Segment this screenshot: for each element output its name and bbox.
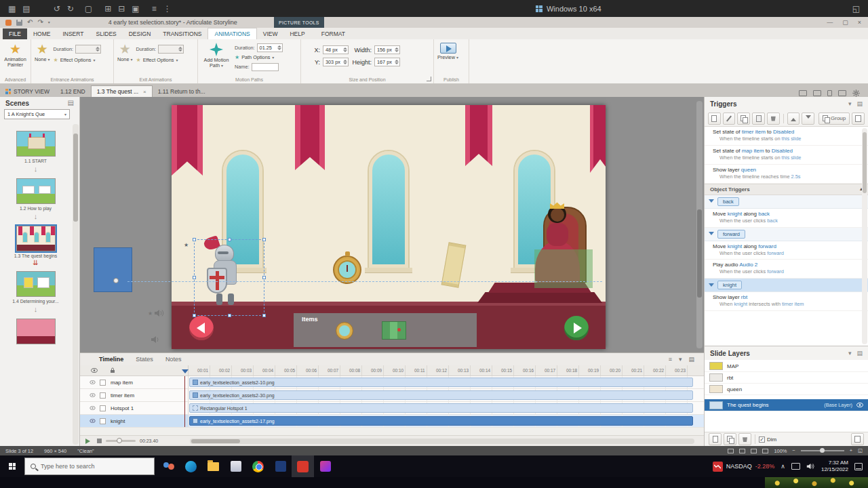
trigger-item[interactable]: Set state of timer item to Disabled When… bbox=[705, 127, 868, 146]
tab-timeline[interactable]: Timeline bbox=[99, 356, 123, 363]
action-center-icon[interactable] bbox=[854, 463, 863, 470]
section-caret-icon[interactable] bbox=[709, 199, 714, 205]
timeline-track-row[interactable]: timer item early_textselection_assets2-3… bbox=[80, 389, 704, 402]
panel-collapse-icon[interactable]: ▾ bbox=[848, 350, 852, 357]
timeline-object-bar[interactable]: early_textselection_assets2-10.png bbox=[189, 378, 693, 387]
slide-thumbnail-1-4[interactable] bbox=[16, 271, 56, 297]
lock-checkbox[interactable] bbox=[100, 392, 106, 399]
resize-handle[interactable] bbox=[193, 238, 196, 241]
zoom-in-icon[interactable]: + bbox=[850, 448, 852, 453]
panel-menu-icon[interactable]: ▤ bbox=[68, 100, 74, 106]
new-trigger-button[interactable] bbox=[708, 113, 721, 125]
add-motion-path-button[interactable]: Add Motion Path ▾ bbox=[199, 41, 233, 74]
eye-icon[interactable] bbox=[90, 380, 95, 384]
tab-notes[interactable]: Notes bbox=[165, 356, 182, 363]
preview-button[interactable]: Preview ▾ bbox=[435, 41, 460, 74]
rectangular-hotspot-object[interactable] bbox=[94, 247, 132, 292]
vm-undo-icon[interactable]: ↺ bbox=[54, 5, 60, 13]
entrance-animation-button[interactable]: ★ None ▾ bbox=[33, 41, 52, 74]
view-mode-icon[interactable] bbox=[762, 449, 768, 453]
tab-slide-quest[interactable]: 1.3 The quest ... × bbox=[91, 85, 153, 97]
clock[interactable]: 7:32 AM 12/15/2022 bbox=[821, 460, 848, 473]
canvas-scrollbar[interactable] bbox=[696, 101, 703, 348]
stop-button[interactable] bbox=[97, 439, 102, 443]
eye-icon[interactable] bbox=[90, 419, 95, 423]
tab-slides[interactable]: SLIDES bbox=[90, 28, 122, 39]
tab-story-view[interactable]: STORY VIEW bbox=[0, 85, 55, 97]
tab-states[interactable]: States bbox=[136, 356, 153, 363]
timeline-zoom-slider[interactable] bbox=[106, 440, 136, 442]
fit-to-window-icon[interactable]: ◱ bbox=[858, 448, 863, 453]
copy-trigger-button[interactable] bbox=[737, 113, 750, 125]
player-settings-icon[interactable] bbox=[852, 89, 860, 97]
maximize-button[interactable]: ▢ bbox=[842, 20, 848, 26]
edge-icon[interactable] bbox=[180, 455, 202, 477]
trigger-item[interactable]: Show layer queen When the timeline reach… bbox=[705, 165, 868, 184]
show-hidden-icons-icon[interactable]: ∧ bbox=[781, 463, 785, 470]
delete-layer-button[interactable] bbox=[738, 433, 751, 445]
phone-preview-icon[interactable] bbox=[827, 90, 832, 96]
queen-character[interactable] bbox=[547, 223, 568, 246]
play-button[interactable] bbox=[85, 439, 93, 444]
timeline-ruler[interactable]: 00:0100:0200:0300:0400:0500:0600:0700:08… bbox=[189, 365, 704, 375]
height-input[interactable]: 167 px bbox=[374, 58, 400, 66]
zoom-out-icon[interactable]: − bbox=[792, 448, 795, 453]
taskbar-search[interactable]: Type here to search bbox=[24, 458, 155, 475]
vm-expand-icon[interactable]: ◱ bbox=[852, 5, 860, 13]
vm-view-icon[interactable]: ≡ bbox=[152, 5, 157, 13]
y-position-input[interactable]: 303 px bbox=[323, 58, 349, 66]
layer-properties-button[interactable] bbox=[851, 433, 864, 445]
playhead[interactable] bbox=[184, 376, 185, 427]
dialog-launcher-icon[interactable] bbox=[427, 77, 431, 81]
start-button[interactable] bbox=[0, 455, 24, 477]
timeline-track-row[interactable]: map item early_textselection_assets2-10.… bbox=[80, 376, 704, 389]
timeline-track-row-selected[interactable]: knight early_textselection_assets2-17.pn… bbox=[80, 415, 704, 428]
eye-icon[interactable] bbox=[856, 403, 863, 407]
trigger-item[interactable]: Show layer rbt When knight intersects wi… bbox=[705, 292, 868, 311]
tab-insert[interactable]: INSERT bbox=[56, 28, 90, 39]
exit-duration-input[interactable] bbox=[158, 45, 184, 54]
forward-button-object[interactable] bbox=[564, 316, 589, 340]
timeline-panel-icon[interactable]: ▤ bbox=[688, 357, 694, 363]
dim-checkbox[interactable]: ✓ bbox=[759, 436, 765, 443]
tab-design[interactable]: DESIGN bbox=[123, 28, 157, 39]
object-triggers-header[interactable]: Object Triggers ▴ bbox=[705, 184, 868, 195]
items-bar-object[interactable]: Items bbox=[294, 313, 477, 347]
exit-effect-options-button[interactable]: ★ Effect Options ▾ bbox=[136, 56, 184, 64]
delete-trigger-button[interactable] bbox=[767, 113, 780, 125]
scenes-scrollbar[interactable] bbox=[73, 124, 79, 445]
people-icon[interactable] bbox=[157, 455, 180, 477]
move-trigger-up-button[interactable] bbox=[787, 113, 800, 125]
tab-animations[interactable]: ANIMATIONS bbox=[208, 28, 256, 39]
tab-home[interactable]: HOME bbox=[27, 28, 57, 39]
display-tray-icon[interactable] bbox=[791, 463, 800, 470]
trigger-item[interactable]: Move knight along forward When the user … bbox=[705, 241, 868, 260]
width-input[interactable]: 156 px bbox=[374, 45, 400, 54]
timeline-menu-icon[interactable]: ≡ bbox=[669, 357, 672, 363]
tab-help[interactable]: HELP bbox=[283, 28, 311, 39]
section-caret-icon[interactable] bbox=[709, 232, 714, 238]
slide-thumbnail-partial[interactable] bbox=[16, 319, 56, 344]
timer-item-object[interactable] bbox=[333, 256, 361, 284]
timeline-collapse-icon[interactable]: ▾ bbox=[679, 357, 682, 363]
vm-fit-icon[interactable]: ▣ bbox=[132, 5, 139, 13]
move-trigger-down-button[interactable] bbox=[802, 113, 814, 125]
vm-more-icon[interactable]: ⋮ bbox=[163, 5, 172, 13]
green-hotspot[interactable] bbox=[534, 249, 593, 288]
vm-tool-panel-icon[interactable]: ▤ bbox=[22, 5, 30, 13]
close-tab-icon[interactable]: × bbox=[143, 89, 146, 95]
entrance-duration-input[interactable] bbox=[75, 45, 101, 54]
resize-handle[interactable] bbox=[262, 276, 266, 279]
section-caret-icon[interactable] bbox=[709, 283, 714, 289]
layer-row-base[interactable]: The quest begins (Base Layer) bbox=[705, 399, 868, 411]
minimize-button[interactable]: — bbox=[827, 20, 833, 26]
desktop-preview-icon[interactable] bbox=[799, 90, 807, 96]
tab-format[interactable]: FORMAT bbox=[315, 28, 351, 39]
trigger-section-forward[interactable]: forward bbox=[705, 228, 868, 241]
chrome-icon[interactable] bbox=[247, 455, 269, 477]
scene-selector-dropdown[interactable]: 1 A Knight's Que ▾ bbox=[4, 109, 70, 119]
resize-handle[interactable] bbox=[228, 314, 231, 317]
timeline-object-bar[interactable]: Rectangular Hotspot 1 bbox=[189, 403, 693, 413]
app-icon-light[interactable] bbox=[224, 455, 247, 477]
selection-box[interactable] bbox=[194, 239, 264, 316]
